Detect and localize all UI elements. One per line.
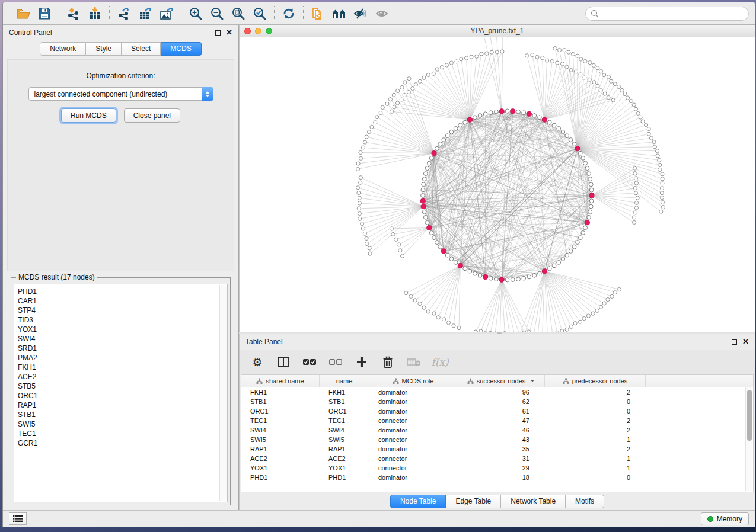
search-box[interactable] [585, 7, 749, 21]
float-panel-icon[interactable] [732, 339, 737, 345]
import-table-icon[interactable] [85, 5, 104, 23]
column-header-shared-name[interactable]: shared name [241, 375, 320, 387]
mcds-result-item[interactable]: PMA2 [18, 353, 227, 363]
network-window-titlebar[interactable]: YPA_prune.txt_1 [240, 25, 755, 37]
search-input[interactable] [602, 9, 744, 18]
mcds-result-item[interactable]: ORC1 [18, 391, 227, 400]
control-panel-tabbar: Network Style Select MCDS [3, 40, 238, 57]
network-canvas[interactable] [240, 37, 755, 332]
new-network-from-selection-icon[interactable] [308, 5, 327, 23]
table-row[interactable]: SWI4SWI4dominator462 [241, 425, 753, 435]
memory-button[interactable]: Memory [701, 512, 749, 525]
tab-style[interactable]: Style [86, 42, 122, 56]
column-layout-icon[interactable] [276, 355, 291, 369]
mcds-result-item[interactable]: YOX1 [18, 325, 227, 334]
table-scrollbar[interactable] [745, 387, 752, 491]
show-all-icon[interactable] [372, 5, 391, 23]
table-scrollbar-thumb[interactable] [747, 390, 752, 441]
horizontal-splitter[interactable] [239, 332, 755, 334]
deselect-all-icon[interactable] [328, 355, 343, 369]
memory-label: Memory [717, 515, 742, 523]
table-row[interactable]: STB1STB1dominator620 [241, 397, 753, 406]
zoom-in-icon[interactable] [186, 5, 205, 23]
export-image-icon[interactable] [157, 5, 176, 23]
network-graph[interactable] [240, 37, 755, 332]
hide-selected-icon[interactable] [351, 5, 370, 23]
column-header-predecessor-nodes[interactable]: predecessor nodes [545, 375, 646, 387]
first-neighbors-icon[interactable] [330, 5, 349, 23]
mcds-result-item[interactable]: CAR1 [18, 296, 227, 306]
table-row[interactable]: FKH1FKH1dominator962 [241, 387, 753, 397]
table-row[interactable]: RAP1RAP1dominator352 [241, 444, 753, 454]
tab-motifs[interactable]: Motifs [566, 495, 604, 508]
tab-select[interactable]: Select [122, 42, 161, 56]
close-panel-icon[interactable]: ✕ [226, 30, 232, 36]
application-window: Control Panel ✕ Network Style Select MCD… [2, 2, 755, 527]
export-network-icon[interactable] [114, 5, 133, 23]
table-panel: Table Panel ✕ ⚙ [239, 334, 755, 510]
table-row[interactable]: TEC1TEC1connector472 [241, 416, 753, 425]
select-all-icon[interactable] [302, 355, 317, 369]
criterion-dropdown[interactable]: largest connected component (undirected) [28, 87, 213, 101]
sort-descending-icon [531, 380, 534, 382]
mcds-result-item[interactable]: PHD1 [18, 287, 227, 296]
run-mcds-button[interactable]: Run MCDS [61, 108, 116, 123]
table-row[interactable]: YOX1YOX1connector291 [241, 463, 753, 473]
attribute-type-icon [256, 378, 263, 384]
column-header-name[interactable]: name [320, 375, 369, 387]
add-column-icon[interactable] [355, 355, 369, 369]
delete-table-icon[interactable] [407, 355, 421, 369]
tab-network-table[interactable]: Network Table [501, 495, 566, 508]
node-table: shared name name MCDS role successor nod… [241, 374, 754, 492]
delete-column-icon[interactable] [381, 355, 395, 369]
mcds-result-item[interactable]: SRD1 [18, 344, 227, 353]
mcds-result-item[interactable]: TID3 [18, 315, 227, 325]
mcds-result-item[interactable]: TEC1 [18, 429, 227, 438]
zoom-selected-icon[interactable] [250, 5, 269, 23]
float-panel-icon[interactable] [215, 30, 221, 36]
mcds-result-item[interactable]: SWI4 [18, 334, 227, 344]
tab-node-table[interactable]: Node Table [390, 495, 446, 508]
zoom-out-icon[interactable] [208, 5, 227, 23]
table-row[interactable]: SWI5SWI5connector431 [241, 435, 753, 444]
table-row[interactable]: PHD1PHD1dominator180 [241, 473, 753, 482]
mcds-result-item[interactable]: RAP1 [18, 400, 227, 410]
mcds-result-list[interactable]: PHD1 CAR1 STP4 TID3 YOX1 SWI4 SRD1 PMA2 … [14, 284, 228, 502]
mcds-tab-content: Optimization criterion: largest connecte… [3, 57, 238, 510]
memory-status-icon [707, 516, 713, 522]
tab-edge-table[interactable]: Edge Table [446, 495, 501, 508]
column-header-mcds-role[interactable]: MCDS role [369, 375, 457, 387]
export-table-icon[interactable] [136, 5, 155, 23]
zoom-fit-icon[interactable] [229, 5, 248, 23]
main-toolbar [3, 2, 755, 25]
table-row[interactable]: ORC1ORC1dominator610 [241, 406, 753, 416]
mcds-result-item[interactable]: STP4 [18, 306, 227, 315]
mcds-result-item[interactable]: STB5 [18, 382, 227, 391]
zoom-group [181, 5, 274, 23]
control-panel-header: Control Panel ✕ [3, 25, 238, 40]
open-file-icon[interactable] [14, 5, 33, 23]
mcds-result-item[interactable]: ACE2 [18, 372, 227, 382]
main-area: Control Panel ✕ Network Style Select MCD… [3, 25, 755, 510]
gear-icon[interactable]: ⚙ [250, 355, 264, 369]
tab-mcds[interactable]: MCDS [161, 42, 201, 56]
mcds-result-item[interactable]: STB1 [18, 410, 227, 419]
list-icon [13, 515, 23, 523]
task-history-button[interactable] [9, 512, 27, 525]
import-network-icon[interactable] [64, 5, 83, 23]
tab-network[interactable]: Network [40, 42, 86, 56]
column-header-successor-nodes[interactable]: successor nodes [457, 375, 545, 387]
table-row[interactable]: ACE2ACE2connector311 [241, 454, 753, 463]
mcds-result-item[interactable]: GCR1 [18, 438, 227, 448]
right-column: YPA_prune.txt_1 Table Panel [239, 25, 755, 510]
result-list-scrollbar[interactable] [219, 285, 227, 501]
save-session-icon[interactable] [35, 5, 54, 23]
refresh-layout-icon[interactable] [279, 5, 298, 23]
mcds-result-item[interactable]: FKH1 [18, 363, 227, 372]
mcds-result-item[interactable]: SWI5 [18, 419, 227, 429]
function-builder-icon[interactable]: f(x) [433, 355, 447, 369]
close-panel-button[interactable]: Close panel [124, 108, 180, 123]
close-panel-icon[interactable]: ✕ [742, 339, 749, 345]
table-panel-title: Table Panel [245, 338, 283, 346]
attribute-type-icon [563, 378, 569, 384]
